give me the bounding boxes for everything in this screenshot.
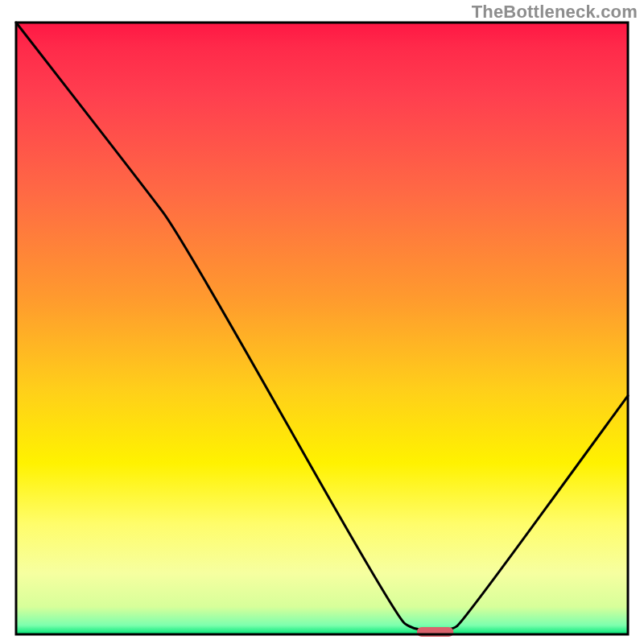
watermark-text: TheBottleneck.com [472,2,638,23]
bottleneck-chart [0,0,644,644]
chart-stage: TheBottleneck.com [0,0,644,644]
gradient-background [16,23,628,634]
